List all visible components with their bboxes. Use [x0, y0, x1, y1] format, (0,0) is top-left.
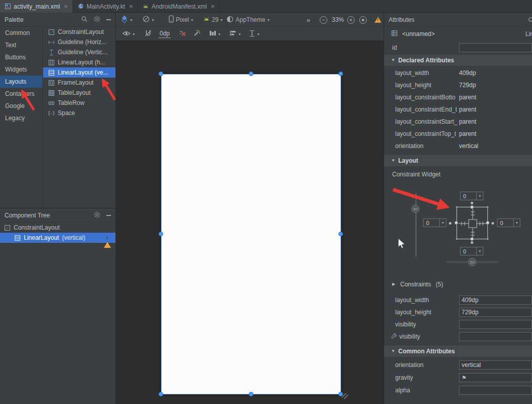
- attr-value[interactable]: parent: [459, 94, 476, 101]
- palette-category-containers[interactable]: Containers: [0, 88, 43, 100]
- attr-value[interactable]: parent: [459, 118, 476, 125]
- constraint-anchor-top[interactable]: [470, 205, 474, 209]
- resize-handle-top-center[interactable]: [249, 71, 253, 76]
- palette-item-guideline-vertical[interactable]: Guideline (Vertic...: [43, 47, 116, 57]
- horizontal-bias-value[interactable]: 50: [468, 258, 476, 266]
- palette-item-guideline-horizontal[interactable]: Guideline (Horiz...: [43, 37, 116, 47]
- declared-row[interactable]: layout_constraintBotto parent: [384, 91, 532, 103]
- device-selector[interactable]: Pixel ▾: [169, 13, 193, 27]
- minimize-icon[interactable]: [106, 19, 111, 20]
- gear-icon[interactable]: [94, 211, 100, 219]
- theme-selector[interactable]: AppTheme ▾: [226, 13, 270, 27]
- resize-handle-bottom-left[interactable]: [159, 392, 163, 396]
- tree-item-linearlayout-vertical[interactable]: LinearLayout (vertical): [0, 233, 116, 243]
- palette-item-linearlayout-vertical[interactable]: LinearLayout (ve...: [43, 67, 116, 78]
- constraint-anchor-right[interactable]: [486, 221, 489, 225]
- design-canvas[interactable]: [161, 74, 341, 394]
- zoom-in-button[interactable]: +: [347, 13, 355, 27]
- resize-handle-middle-right[interactable]: [338, 232, 343, 236]
- default-margin-selector[interactable]: 0dp: [159, 27, 171, 41]
- resize-handle-bottom-right[interactable]: [338, 392, 343, 396]
- attr-value[interactable]: 409dp: [459, 69, 476, 77]
- gravity-field[interactable]: ⚑: [459, 373, 532, 382]
- declared-row[interactable]: orientation vertical: [384, 140, 532, 152]
- warning-icon[interactable]: [104, 235, 111, 242]
- layout-width-field[interactable]: [459, 296, 532, 305]
- orientation-variant-selector[interactable]: ▾: [142, 13, 154, 27]
- close-icon[interactable]: ×: [129, 3, 133, 10]
- palette-item-tablelayout[interactable]: TableLayout: [43, 88, 116, 98]
- layout-height-field[interactable]: [459, 308, 532, 317]
- design-mode-selector[interactable]: ▾: [120, 13, 132, 27]
- attr-value[interactable]: parent: [459, 130, 476, 137]
- orientation-field[interactable]: [459, 360, 532, 370]
- tab-androidmanifest-xml[interactable]: AndroidManifest.xml ×: [138, 0, 219, 13]
- palette-category-legacy[interactable]: Legacy: [0, 112, 43, 124]
- view-options-button[interactable]: ▾: [122, 27, 135, 41]
- margin-left-combo[interactable]: 0 ▾: [423, 218, 446, 227]
- margin-top-combo[interactable]: 0 ▾: [460, 192, 483, 200]
- alpha-field[interactable]: [459, 386, 532, 395]
- connector-dot: [449, 222, 451, 225]
- design-surface[interactable]: [116, 41, 384, 404]
- resize-handle-top-left[interactable]: [159, 71, 163, 76]
- declared-row[interactable]: layout_constraintTop_t parent: [384, 128, 532, 140]
- zoom-out-button[interactable]: −: [320, 13, 327, 27]
- resize-handle-bottom-center[interactable]: [249, 392, 253, 396]
- declared-row[interactable]: layout_width 409dp: [384, 67, 532, 79]
- tools-visibility-field[interactable]: [459, 332, 532, 341]
- palette-category-google[interactable]: Google: [0, 100, 43, 112]
- search-icon[interactable]: [81, 16, 88, 24]
- palette-item-space[interactable]: Space: [43, 108, 116, 118]
- tab-mainactivity-kt[interactable]: C MainActivity.kt ×: [73, 0, 138, 13]
- id-field[interactable]: [459, 43, 532, 52]
- tab-activity-main-xml[interactable]: activity_main.xml ×: [0, 0, 73, 13]
- distribute-menu[interactable]: ▾: [249, 27, 259, 41]
- pack-menu[interactable]: ▾: [209, 27, 220, 41]
- align-menu[interactable]: ▾: [230, 27, 241, 41]
- margin-bottom-combo[interactable]: 0 ▾: [460, 247, 483, 255]
- section-layout[interactable]: ▼ Layout: [384, 155, 532, 166]
- api-version-selector[interactable]: 29 ▾: [203, 13, 222, 27]
- visibility-field[interactable]: [459, 320, 532, 329]
- toolbar-overflow-button[interactable]: »: [307, 13, 310, 27]
- attr-value[interactable]: vertical: [459, 142, 478, 150]
- palette-item-linearlayout-horizontal[interactable]: LinearLayout (h...: [43, 57, 116, 67]
- palette-item-framelayout[interactable]: FrameLayout: [43, 78, 116, 88]
- declared-row[interactable]: layout_constraintStart_ parent: [384, 116, 532, 128]
- declared-row[interactable]: layout_constraintEnd_t parent: [384, 103, 532, 116]
- clear-constraints-button[interactable]: [179, 27, 186, 41]
- warnings-button[interactable]: [374, 13, 382, 27]
- attr-value[interactable]: parent: [459, 106, 476, 113]
- palette-category-buttons[interactable]: Buttons: [0, 51, 43, 63]
- resize-handle-middle-left[interactable]: [159, 232, 163, 236]
- constraints-group-row[interactable]: ▶ Constraints (5): [384, 279, 532, 291]
- palette-item-tablerow[interactable]: TableRow: [43, 98, 116, 108]
- search-icon[interactable]: [528, 17, 532, 25]
- declared-row[interactable]: layout_height 729dp: [384, 79, 532, 91]
- infer-constraints-button[interactable]: [193, 27, 201, 41]
- margin-right-combo[interactable]: 0 ▾: [497, 218, 520, 227]
- section-common-attributes[interactable]: ▼ Common Attributes: [384, 346, 532, 357]
- autoconnect-toggle[interactable]: [144, 27, 152, 41]
- constraint-anchor-left[interactable]: [454, 221, 458, 225]
- attr-value[interactable]: 729dp: [459, 82, 476, 89]
- constraint-widget[interactable]: [457, 207, 488, 239]
- constraint-anchor-bottom[interactable]: [470, 237, 474, 241]
- palette-category-common[interactable]: Common: [0, 27, 43, 39]
- minimize-icon[interactable]: [106, 215, 111, 216]
- palette-category-layouts[interactable]: Layouts: [0, 76, 43, 88]
- vertical-bias-value[interactable]: 50: [411, 205, 420, 213]
- palette-item-constraintlayout[interactable]: ConstraintLayout: [43, 27, 116, 37]
- gear-icon[interactable]: [94, 16, 100, 24]
- section-declared-attributes[interactable]: ▼ Declared Attributes: [384, 55, 532, 66]
- section-collapsed-icon: ▶: [392, 282, 395, 286]
- vertical-bias-slider[interactable]: [415, 193, 416, 256]
- close-icon[interactable]: ×: [64, 3, 68, 10]
- resize-handle-top-right[interactable]: [338, 71, 343, 76]
- tree-item-constraintlayout[interactable]: ConstraintLayout: [0, 223, 116, 233]
- palette-category-text[interactable]: Text: [0, 39, 43, 51]
- close-icon[interactable]: ×: [211, 3, 215, 10]
- palette-category-widgets[interactable]: Widgets: [0, 63, 43, 76]
- zoom-fit-button[interactable]: [359, 13, 367, 27]
